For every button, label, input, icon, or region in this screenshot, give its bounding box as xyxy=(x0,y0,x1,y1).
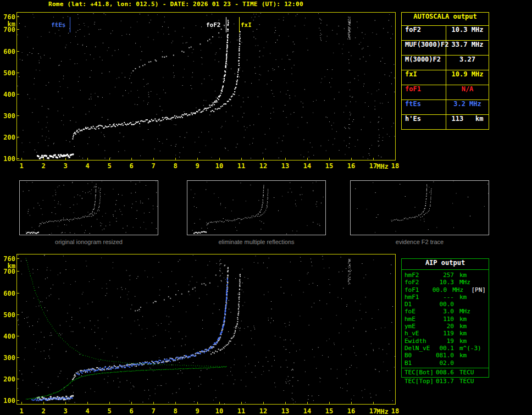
x-tick-label: 3 xyxy=(59,407,72,415)
y-tick-label: 700 xyxy=(1,268,15,275)
bottom-ionogram-plot xyxy=(16,254,396,405)
bottom-ionogram-canvas xyxy=(17,254,395,404)
aip-row-foF2: foF210.3MHz xyxy=(402,279,489,286)
aip-param-value: 119 xyxy=(435,330,454,337)
aip-param-unit: km xyxy=(459,337,481,345)
thumbnail-f2-trace xyxy=(350,180,489,235)
thumbnail-f2-trace-canvas xyxy=(351,181,489,235)
aip-param-label: hmF1 xyxy=(404,294,435,301)
y-tick-label: 200 xyxy=(1,134,15,141)
y-tick-label: 760 xyxy=(1,13,15,21)
aip-row-hmF1: hmF1---km xyxy=(402,294,489,301)
top-ionogram-plot: ftEs foF2 fxI xyxy=(16,12,396,161)
x-tick-label: 18 xyxy=(389,162,402,170)
aip-param-value: --- xyxy=(435,294,454,301)
autoscala-param-value: 3.2 MHz xyxy=(446,100,489,114)
ftes-label: ftEs xyxy=(51,21,66,29)
x-tick-label: 8 xyxy=(169,162,182,170)
y-tick-label: 100 xyxy=(1,155,15,163)
y-tick-label: 300 xyxy=(1,112,15,120)
aip-param-label: hmE xyxy=(404,316,435,323)
y-tick-label: 600 xyxy=(1,48,15,56)
aip-param-value: 19 xyxy=(435,337,454,345)
fxi-label: fxI xyxy=(241,21,252,29)
thumbnail-no-multiples-canvas xyxy=(187,181,325,235)
aip-title: AIP output xyxy=(402,259,489,270)
thumbnail-caption: evidence F2 trace xyxy=(350,239,489,245)
aip-row-TEC[Top]: TEC[Top]013.7TECU xyxy=(402,378,487,385)
aip-param-value: 013.7 xyxy=(435,378,454,385)
x-tick-label: 6 xyxy=(125,407,138,415)
aip-table: AIP output hmF2257kmfoF210.3MHzfoF100.0M… xyxy=(401,258,489,378)
aip-row-foE: foE3.0MHz xyxy=(402,308,489,315)
aip-row-foF1: foF100.0MHz[PN] xyxy=(402,286,489,294)
x-tick-label: 2 xyxy=(37,407,50,415)
aip-rows: hmF2257kmfoF210.3MHzfoF100.0MHz[PN]hmF1-… xyxy=(402,272,489,367)
y-tick-label: 100 xyxy=(1,397,15,405)
x-tick-label: 15 xyxy=(323,162,336,170)
x-tick-label: 5 xyxy=(103,162,116,170)
x-tick-label: 17 xyxy=(367,162,380,170)
aip-tec-top-section: TEC[Top]013.7TECU xyxy=(402,378,487,385)
aip-param-unit: km xyxy=(459,272,481,279)
aip-param-label: TEC[Bot] xyxy=(404,369,435,376)
x-tick-label: 14 xyxy=(301,407,314,415)
autoscala-table: AUTOSCALA output foF210.3 MHzMUF(3000)F2… xyxy=(401,12,489,130)
autoscala-param-value: 113 km xyxy=(446,115,489,129)
y-tick-label: 300 xyxy=(1,354,15,362)
autoscala-param-label: foF1 xyxy=(402,85,446,99)
aip-param-label: DelN_vE xyxy=(404,345,435,352)
y-tick-label: 600 xyxy=(1,290,15,297)
x-tick-label: 10 xyxy=(213,407,226,415)
y-tick-label: 400 xyxy=(1,333,15,340)
x-tick-label: 9 xyxy=(191,162,204,170)
autoscala-param-label: M(3000)F2 xyxy=(402,56,446,70)
aip-row-h_vE: h_vE119km xyxy=(402,330,489,337)
top-ionogram-canvas xyxy=(17,13,395,160)
aip-param-label: B1 xyxy=(404,359,435,367)
autoscala-row-h'Es: h'Es113 km xyxy=(402,115,489,129)
autoscala-row-ftEs: ftEs3.2 MHz xyxy=(402,100,489,115)
aip-param-value: 008.6 xyxy=(435,369,454,376)
x-tick-label: 1 xyxy=(15,407,28,415)
x-tick-label: 7 xyxy=(147,407,160,415)
aip-param-unit: km xyxy=(459,352,481,359)
x-tick-label: 13 xyxy=(279,162,292,170)
aip-param-label: ymE xyxy=(404,323,435,330)
autoscala-row-foF1: foF1N/A xyxy=(402,85,489,100)
autoscala-param-value: 3.27 xyxy=(446,56,489,70)
x-tick-label: 18 xyxy=(389,407,402,415)
aip-row-ymE: ymE20km xyxy=(402,323,489,330)
x-tick-label: 14 xyxy=(301,162,314,170)
x-tick-label: 12 xyxy=(257,162,270,170)
aip-param-unit xyxy=(459,359,481,367)
aip-param-value: 20 xyxy=(435,323,454,330)
autoscala-row-MUF(3000)F2: MUF(3000)F233.7 MHz xyxy=(402,41,489,56)
autoscala-app: Rome (lat: +41.8, lon: 012.5) - DATE: 20… xyxy=(0,0,532,415)
autoscala-param-value: N/A xyxy=(446,85,489,99)
x-tick-label: 10 xyxy=(213,162,226,170)
autoscala-param-label: ftEs xyxy=(402,100,446,114)
fof2-label: foF2 xyxy=(206,21,221,29)
autoscala-param-label: MUF(3000)F2 xyxy=(402,41,446,55)
aip-param-unit xyxy=(459,301,481,308)
aip-tec-bottom-section: TEC[Bot]008.6TECU xyxy=(402,368,489,376)
thumbnail-caption: original ionogram resized xyxy=(19,239,158,245)
aip-param-value: 02.0 xyxy=(435,359,454,367)
autoscala-param-label: foF2 xyxy=(402,26,446,40)
thumbnail-original-canvas xyxy=(20,181,158,235)
y-tick-label: 500 xyxy=(1,69,15,77)
autoscala-title: AUTOSCALA output xyxy=(402,13,489,26)
thumbnail-original xyxy=(19,180,158,235)
aip-param-note: [PN] xyxy=(472,286,486,294)
y-tick-label: 700 xyxy=(1,26,15,34)
aip-row-TEC[Bot]: TEC[Bot]008.6TECU xyxy=(402,369,489,376)
aip-param-value: 081.0 xyxy=(435,352,454,359)
x-tick-label: 5 xyxy=(103,407,116,415)
x-tick-label: 11 xyxy=(235,162,248,170)
aip-param-label: foE xyxy=(404,308,435,315)
aip-param-unit: km xyxy=(459,323,481,330)
aip-param-label: D1 xyxy=(404,301,435,308)
aip-param-label: B0 xyxy=(404,352,435,359)
aip-param-label: foF2 xyxy=(404,279,435,286)
